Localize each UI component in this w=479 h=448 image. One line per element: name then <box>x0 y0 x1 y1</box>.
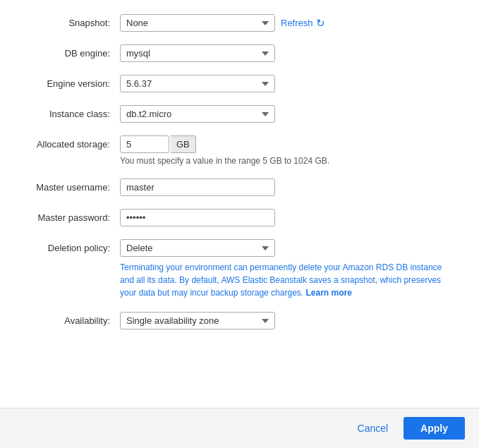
db-engine-field: mysql <box>120 44 458 62</box>
cancel-button[interactable]: Cancel <box>351 418 396 438</box>
master-password-row: Master password: <box>21 209 458 226</box>
engine-version-label: Engine version: <box>21 75 120 89</box>
apply-button[interactable]: Apply <box>404 417 465 440</box>
gb-label: GB <box>171 135 196 153</box>
refresh-link[interactable]: Refresh ↻ <box>281 17 325 30</box>
instance-class-row: Instance class: db.t2.micro <box>21 105 458 123</box>
master-username-field <box>120 178 458 196</box>
engine-version-field: 5.6.37 <box>120 75 458 92</box>
allocated-storage-row: Allocated storage: GB You must specify a… <box>21 135 458 166</box>
snapshot-select[interactable]: None <box>120 14 275 32</box>
instance-class-field: db.t2.micro <box>120 105 458 123</box>
master-username-input[interactable] <box>120 178 275 196</box>
learn-more-link[interactable]: Learn more <box>306 288 352 298</box>
snapshot-field: None Refresh ↻ <box>120 14 458 32</box>
deletion-info-text: Terminating your environment can permane… <box>120 262 442 298</box>
deletion-info: Terminating your environment can permane… <box>120 261 458 299</box>
storage-hint: You must specify a value in the range 5 … <box>120 156 458 166</box>
snapshot-label: Snapshot: <box>21 14 120 28</box>
instance-class-label: Instance class: <box>21 105 120 119</box>
instance-class-select[interactable]: db.t2.micro <box>120 105 275 123</box>
engine-version-select[interactable]: 5.6.37 <box>120 75 275 92</box>
master-username-row: Master username: <box>21 178 458 196</box>
master-password-input[interactable] <box>120 209 275 226</box>
allocated-storage-field: GB You must specify a value in the range… <box>120 135 458 166</box>
db-engine-label: DB engine: <box>21 44 120 59</box>
refresh-icon: ↻ <box>316 17 325 30</box>
page-wrapper: Snapshot: None Refresh ↻ DB engine: mysq <box>0 0 479 399</box>
form-container: Snapshot: None Refresh ↻ DB engine: mysq <box>0 0 479 356</box>
availability-row: Availability: Single availability zone <box>21 312 458 329</box>
deletion-policy-row: Deletion policy: Delete Terminating your… <box>21 239 458 299</box>
availability-field: Single availability zone <box>120 312 458 329</box>
deletion-policy-select[interactable]: Delete <box>120 239 275 257</box>
deletion-policy-label: Deletion policy: <box>21 239 120 253</box>
availability-label: Availability: <box>21 312 120 326</box>
master-username-label: Master username: <box>21 178 120 193</box>
db-engine-row: DB engine: mysql <box>21 44 458 62</box>
master-password-field <box>120 209 458 226</box>
snapshot-row: Snapshot: None Refresh ↻ <box>21 14 458 32</box>
allocated-storage-label: Allocated storage: <box>21 135 120 150</box>
db-engine-select[interactable]: mysql <box>120 44 275 62</box>
storage-input[interactable] <box>120 135 169 153</box>
master-password-label: Master password: <box>21 209 120 223</box>
availability-select[interactable]: Single availability zone <box>120 312 275 329</box>
engine-version-row: Engine version: 5.6.37 <box>21 75 458 92</box>
deletion-policy-field: Delete Terminating your environment can … <box>120 239 458 299</box>
refresh-label: Refresh <box>281 18 313 28</box>
footer: Cancel Apply <box>0 408 479 448</box>
